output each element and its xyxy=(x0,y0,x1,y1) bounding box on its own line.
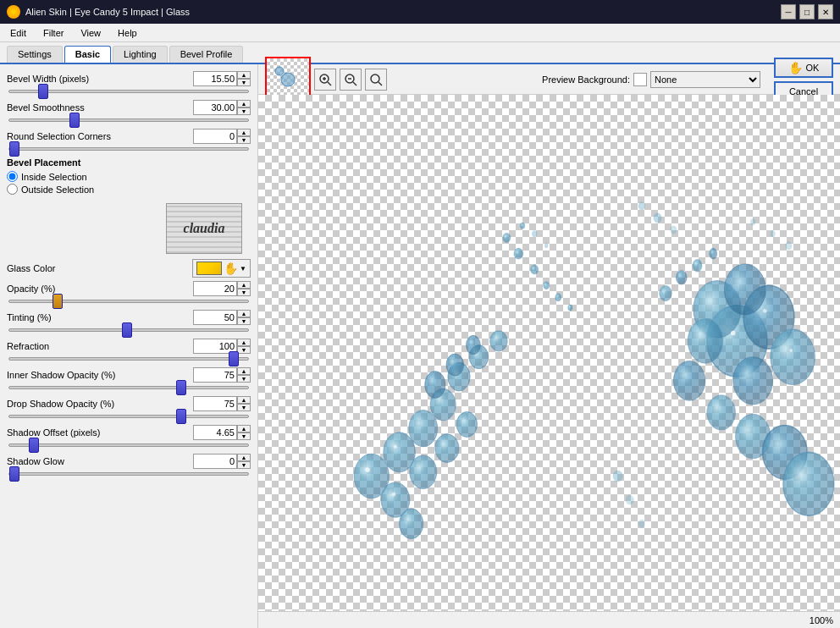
close-btn[interactable]: ✕ xyxy=(818,4,833,19)
tinting-input[interactable] xyxy=(193,310,237,325)
round-corners-down[interactable]: ▼ xyxy=(237,136,251,144)
tinting-track[interactable] xyxy=(8,328,249,332)
maximize-btn[interactable]: □ xyxy=(799,4,815,19)
svg-point-25 xyxy=(466,335,480,355)
svg-point-54 xyxy=(750,218,755,225)
refraction-thumb[interactable] xyxy=(229,351,239,366)
refraction-input-wrap: ▲ ▼ xyxy=(193,339,251,354)
round-corners-thumb[interactable] xyxy=(9,141,19,157)
refraction-down[interactable]: ▼ xyxy=(237,346,251,354)
bevel-width-input[interactable] xyxy=(193,71,237,86)
round-corners-track[interactable] xyxy=(8,147,249,151)
right-panel: Preview Background: None White Black Cus… xyxy=(258,64,840,628)
shadow-glow-track[interactable] xyxy=(8,472,249,476)
refraction-row: Refraction ▲ ▼ xyxy=(7,339,251,354)
inner-shadow-track[interactable] xyxy=(8,386,249,389)
drop-shadow-down[interactable]: ▼ xyxy=(237,404,251,411)
preview-bg-select[interactable]: None White Black Custom xyxy=(650,71,760,88)
shadow-glow-label: Shadow Glow xyxy=(7,456,193,466)
bevel-smoothness-down[interactable]: ▼ xyxy=(237,107,251,115)
shadow-glow-down[interactable]: ▼ xyxy=(237,461,251,469)
glass-color-button[interactable]: ✋ ▼ xyxy=(192,259,251,278)
minimize-btn[interactable]: ─ xyxy=(781,4,796,19)
tab-basic[interactable]: Basic xyxy=(64,46,111,63)
outside-selection-radio[interactable] xyxy=(7,184,18,195)
opacity-down[interactable]: ▼ xyxy=(237,289,251,296)
svg-point-61 xyxy=(392,493,396,497)
inner-shadow-down[interactable]: ▼ xyxy=(237,375,251,383)
ok-button[interactable]: ✋ OK xyxy=(774,58,833,78)
tinting-thumb[interactable] xyxy=(122,322,132,338)
svg-point-0 xyxy=(281,73,295,86)
shadow-offset-thumb[interactable] xyxy=(29,438,39,453)
zoom-level: 100% xyxy=(810,615,833,625)
inner-shadow-thumb[interactable] xyxy=(176,380,186,395)
bevel-smoothness-up[interactable]: ▲ xyxy=(237,100,251,107)
bevel-width-thumb[interactable] xyxy=(38,84,48,99)
shadow-offset-track[interactable] xyxy=(8,443,249,447)
ok-label: OK xyxy=(806,63,820,73)
tab-lighting[interactable]: Lighting xyxy=(113,46,168,63)
opacity-input[interactable] xyxy=(193,281,237,296)
tab-bevel-profile[interactable]: Bevel Profile xyxy=(169,46,244,63)
refraction-track[interactable] xyxy=(8,357,249,361)
svg-line-3 xyxy=(328,82,331,85)
drop-shadow-up[interactable]: ▲ xyxy=(237,396,251,404)
svg-point-50 xyxy=(710,248,717,259)
opacity-row: Opacity (%) ▲ ▼ xyxy=(7,281,251,296)
bevel-smoothness-thumb[interactable] xyxy=(69,113,80,128)
shadow-offset-up[interactable]: ▲ xyxy=(237,425,251,432)
menu-edit[interactable]: Edit xyxy=(7,26,30,40)
shadow-glow-up[interactable]: ▲ xyxy=(237,454,251,461)
inner-shadow-spin: ▲ ▼ xyxy=(237,367,251,383)
bevel-width-down[interactable]: ▼ xyxy=(237,79,251,86)
shadow-glow-input-wrap: ▲ ▼ xyxy=(193,454,251,469)
bevel-width-up[interactable]: ▲ xyxy=(237,71,251,79)
svg-point-53 xyxy=(671,226,677,234)
fit-icon xyxy=(369,73,383,86)
svg-point-37 xyxy=(771,329,815,385)
opacity-up[interactable]: ▲ xyxy=(237,281,251,289)
zoom-in-btn[interactable] xyxy=(314,69,336,91)
preview-bg-swatch xyxy=(633,73,647,86)
round-corners-up[interactable]: ▲ xyxy=(237,129,251,136)
bevel-smoothness-track[interactable] xyxy=(8,118,249,122)
drop-shadow-label: Drop Shadow Opacity (%) xyxy=(7,399,193,409)
inner-shadow-label: Inner Shadow Opacity (%) xyxy=(7,370,193,380)
tab-settings[interactable]: Settings xyxy=(7,46,63,63)
drop-shadow-thumb[interactable] xyxy=(176,409,186,424)
zoom-out-btn[interactable] xyxy=(340,69,362,91)
inside-selection-radio[interactable] xyxy=(7,171,18,182)
drop-shadow-track[interactable] xyxy=(8,415,249,418)
menu-filter[interactable]: Filter xyxy=(40,26,67,40)
round-corners-input[interactable] xyxy=(193,129,237,144)
color-hand-icon: ✋ xyxy=(224,262,238,275)
shadow-offset-down[interactable]: ▼ xyxy=(237,432,251,440)
opacity-track[interactable] xyxy=(8,300,249,303)
svg-line-7 xyxy=(353,82,356,85)
svg-point-55 xyxy=(771,230,776,237)
bevel-smoothness-input[interactable] xyxy=(193,100,237,115)
tinting-up[interactable]: ▲ xyxy=(237,310,251,317)
refraction-up[interactable]: ▲ xyxy=(237,339,251,346)
inner-shadow-input[interactable] xyxy=(193,367,237,383)
svg-point-60 xyxy=(365,467,370,472)
tinting-down[interactable]: ▼ xyxy=(237,317,251,325)
shadow-glow-thumb[interactable] xyxy=(9,466,19,482)
bevel-width-track[interactable] xyxy=(8,90,249,93)
tinting-spin: ▲ ▼ xyxy=(237,310,251,325)
menu-help[interactable]: Help xyxy=(114,26,141,40)
opacity-thumb[interactable] xyxy=(52,294,63,309)
shadow-glow-input[interactable] xyxy=(193,454,237,469)
menu-view[interactable]: View xyxy=(77,26,104,40)
shadow-offset-input[interactable] xyxy=(193,425,237,440)
drop-shadow-input[interactable] xyxy=(193,396,237,411)
svg-point-63 xyxy=(613,471,622,482)
inner-shadow-up[interactable]: ▲ xyxy=(237,367,251,375)
svg-point-64 xyxy=(626,495,633,504)
fit-btn[interactable] xyxy=(365,69,387,91)
opacity-slider-row xyxy=(7,300,251,303)
svg-point-62 xyxy=(394,445,397,449)
zoom-out-icon xyxy=(344,73,357,86)
bevel-width-label: Bevel Width (pixels) xyxy=(7,74,193,84)
